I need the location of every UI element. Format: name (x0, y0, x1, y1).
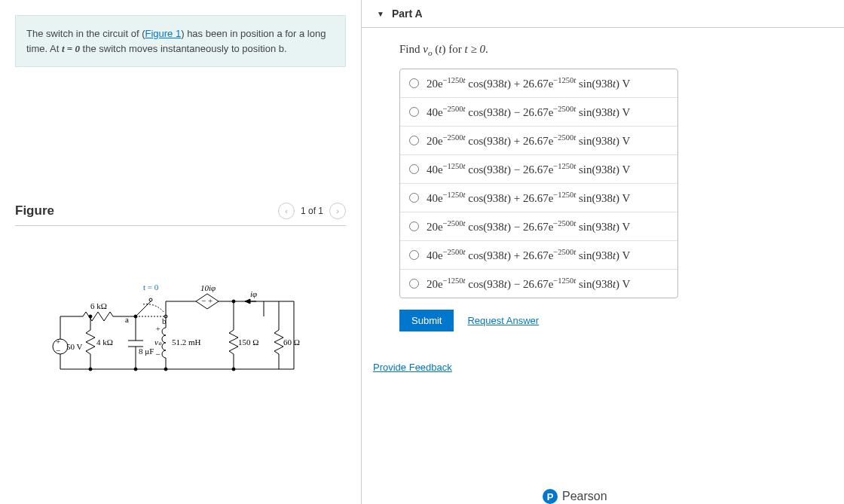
answer-option[interactable]: 20e−1250t cos(938t) − 26.67e−1250t sin(9… (400, 270, 677, 298)
radio-input[interactable] (409, 221, 419, 231)
svg-text:+: + (56, 337, 60, 346)
svg-text:6 kΩ: 6 kΩ (90, 301, 107, 310)
answer-option[interactable]: 20e−2500t cos(938t) − 26.67e−2500t sin(9… (400, 212, 677, 241)
svg-text:vₒ: vₒ (154, 338, 162, 347)
svg-text:a: a (125, 315, 129, 324)
answer-option[interactable]: 20e−2500t cos(938t) + 26.67e−2500t sin(9… (400, 127, 677, 155)
answer-options: 20e−1250t cos(938t) + 26.67e−1250t sin(9… (399, 69, 678, 298)
submit-button[interactable]: Submit (399, 310, 454, 331)
answer-option[interactable]: 40e−2500t cos(938t) + 26.67e−2500t sin(9… (400, 241, 677, 270)
provide-feedback-link[interactable]: Provide Feedback (373, 362, 452, 373)
answer-option[interactable]: 40e−1250t cos(938t) + 26.67e−1250t sin(9… (400, 184, 677, 212)
option-formula: 40e−2500t cos(938t) − 26.67e−2500t sin(9… (427, 105, 630, 119)
svg-point-8 (149, 298, 152, 301)
radio-input[interactable] (409, 78, 419, 88)
pearson-logo-icon: P (543, 489, 558, 504)
pearson-footer: P Pearson (543, 489, 607, 504)
figure-link[interactable]: Figure 1 (145, 28, 182, 39)
pearson-brand: Pearson (562, 490, 607, 503)
radio-input[interactable] (409, 164, 419, 174)
svg-point-15 (89, 315, 92, 318)
option-formula: 40e−1250t cos(938t) + 26.67e−1250t sin(9… (427, 191, 630, 205)
part-title: Part A (392, 8, 423, 20)
svg-point-25 (164, 368, 167, 371)
svg-marker-41 (245, 299, 250, 304)
option-formula: 20e−1250t cos(938t) + 26.67e−1250t sin(9… (427, 76, 630, 90)
answer-option[interactable]: 40e−2500t cos(938t) − 26.67e−2500t sin(9… (400, 98, 677, 127)
svg-text:51.2 mH: 51.2 mH (172, 338, 201, 347)
svg-point-35 (232, 368, 235, 371)
radio-input[interactable] (409, 279, 419, 289)
question-text: Find vo (t) for t ≥ 0. (399, 43, 821, 57)
collapse-icon: ▼ (377, 10, 384, 18)
svg-text:10iφ: 10iφ (200, 283, 216, 292)
figure-heading: Figure (15, 203, 54, 218)
circuit-diagram: + − (38, 279, 309, 384)
radio-input[interactable] (409, 193, 419, 203)
svg-text:−: − (56, 346, 60, 355)
request-answer-link[interactable]: Request Answer (467, 315, 539, 326)
svg-text:+: + (155, 324, 161, 333)
svg-text:50 V: 50 V (66, 342, 83, 351)
figure-next-button[interactable]: › (329, 203, 346, 219)
svg-text:8 μF: 8 μF (139, 347, 154, 356)
svg-text:t = 0: t = 0 (143, 283, 159, 292)
option-formula: 20e−2500t cos(938t) − 26.67e−2500t sin(9… (427, 219, 630, 234)
option-formula: 40e−2500t cos(938t) + 26.67e−2500t sin(9… (427, 248, 630, 262)
figure-viewport[interactable]: + − (15, 234, 346, 460)
problem-tail: the switch moves instantaneously to posi… (80, 43, 287, 54)
svg-point-22 (134, 368, 137, 371)
svg-text:−: − (155, 350, 161, 359)
svg-text:60 Ω: 60 Ω (283, 338, 300, 347)
svg-point-34 (232, 300, 235, 303)
problem-math: t = 0 (62, 43, 80, 54)
svg-text:150 Ω: 150 Ω (238, 338, 258, 347)
svg-text:b: b (162, 316, 167, 325)
divider (15, 225, 346, 226)
part-header[interactable]: ▼ Part A (362, 0, 844, 28)
radio-input[interactable] (409, 250, 419, 260)
answer-option[interactable]: 40e−1250t cos(938t) − 26.67e−1250t sin(9… (400, 155, 677, 184)
radio-input[interactable] (409, 136, 419, 145)
answer-option[interactable]: 20e−1250t cos(938t) + 26.67e−1250t sin(9… (400, 69, 677, 98)
svg-text:iφ: iφ (250, 289, 257, 298)
svg-text:− +: − + (201, 296, 213, 305)
figure-prev-button[interactable]: ‹ (278, 203, 295, 219)
svg-text:4 kΩ: 4 kΩ (96, 338, 113, 347)
option-formula: 20e−1250t cos(938t) − 26.67e−1250t sin(9… (427, 276, 630, 291)
option-formula: 40e−1250t cos(938t) − 26.67e−1250t sin(9… (427, 162, 630, 176)
problem-pre: The switch in the circuit of ( (26, 28, 145, 39)
problem-statement: The switch in the circuit of (Figure 1) … (15, 15, 346, 67)
svg-point-17 (89, 368, 92, 371)
radio-input[interactable] (409, 107, 419, 117)
option-formula: 20e−2500t cos(938t) + 26.67e−2500t sin(9… (427, 133, 630, 148)
figure-pager: 1 of 1 (301, 206, 323, 216)
